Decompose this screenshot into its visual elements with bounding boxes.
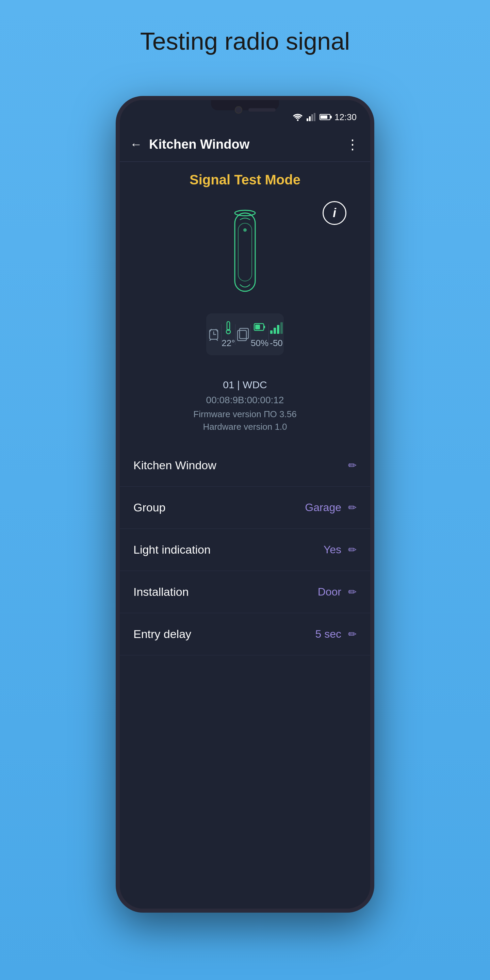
speaker (248, 108, 275, 111)
settings-entry-delay-value-container: 5 sec ✏ (315, 628, 356, 640)
settings-item-installation: Installation Door ✏ (120, 571, 370, 613)
settings-item-name: Kitchen Window ✏ (120, 444, 370, 487)
sensor-copy-icon (235, 327, 250, 342)
stat-battery: 50% (251, 320, 269, 348)
status-time: 12:30 (334, 112, 356, 123)
svg-rect-18 (270, 331, 272, 334)
hardware-version: Hardware version 1.0 (130, 422, 360, 432)
device-visual-container: i (130, 194, 360, 310)
settings-entry-delay-label: Entry delay (134, 627, 191, 641)
settings-light-label: Light indication (134, 543, 211, 556)
signal-test-mode-title: Signal Test Mode (189, 172, 301, 188)
svg-rect-4 (314, 113, 315, 121)
svg-rect-20 (277, 325, 279, 334)
phone-frame: 12:30 ← Kitchen Window ⋮ Signal Test Mod… (116, 96, 374, 913)
app-bar: ← Kitchen Window ⋮ (120, 127, 370, 161)
svg-rect-1 (307, 118, 308, 121)
settings-installation-edit-icon[interactable]: ✏ (348, 586, 356, 598)
settings-list: Kitchen Window ✏ Group Garage ✏ (120, 444, 370, 908)
device-mac: 00:08:9B:00:00:12 (130, 395, 360, 406)
signal-strength-icon (269, 320, 284, 335)
svg-rect-14 (240, 328, 248, 339)
settings-group-value-container: Garage ✏ (305, 501, 356, 514)
status-icons: 12:30 (293, 112, 356, 123)
stat-signal: -50 (269, 320, 284, 348)
svg-rect-17 (255, 325, 260, 329)
settings-name-value-container: ✏ (341, 460, 356, 471)
settings-group-label: Group (134, 501, 166, 514)
settings-installation-value-container: Door ✏ (318, 585, 356, 598)
wifi-icon (293, 113, 302, 121)
settings-entry-delay-value: 5 sec (315, 628, 341, 640)
svg-point-8 (243, 228, 247, 232)
signal-icon (307, 113, 315, 121)
camera (235, 106, 242, 114)
signal-value: -50 (270, 338, 283, 348)
device-info-section: 01 | WDC 00:08:9B:00:00:12 Firmware vers… (120, 369, 370, 444)
battery-value: 50% (251, 338, 269, 348)
page-title: Testing radio signal (140, 27, 350, 55)
battery-level-icon (252, 320, 267, 335)
settings-item-light: Light indication Yes ✏ (120, 529, 370, 571)
svg-rect-13 (237, 331, 247, 340)
settings-group-value: Garage (305, 501, 341, 514)
alarm-icon (206, 327, 221, 342)
svg-rect-16 (264, 326, 265, 328)
device-sensor-illustration (228, 203, 262, 301)
stat-alarm (206, 327, 221, 342)
stat-temperature: 22° (221, 320, 235, 348)
settings-name-label: Kitchen Window (134, 459, 216, 472)
svg-rect-21 (280, 322, 283, 334)
settings-item-entry-delay: Entry delay 5 sec ✏ (120, 613, 370, 655)
svg-rect-6 (238, 223, 252, 281)
status-bar: 12:30 (120, 100, 370, 127)
settings-light-value-container: Yes ✏ (324, 543, 356, 556)
settings-item-group: Group Garage ✏ (120, 487, 370, 529)
device-id: 01 | WDC (130, 379, 360, 391)
temperature-value: 22° (221, 338, 235, 348)
signal-test-section: Signal Test Mode (120, 162, 370, 369)
stats-bar: 22° (206, 313, 284, 355)
back-button[interactable]: ← (130, 137, 142, 151)
stat-sensor (235, 327, 250, 342)
phone-screen: 12:30 ← Kitchen Window ⋮ Signal Test Mod… (120, 100, 370, 908)
settings-installation-label: Installation (134, 585, 189, 598)
settings-installation-value: Door (318, 585, 341, 598)
svg-rect-2 (309, 116, 311, 121)
phone-wrapper: 12:30 ← Kitchen Window ⋮ Signal Test Mod… (116, 96, 374, 913)
svg-rect-19 (274, 328, 276, 334)
settings-light-edit-icon[interactable]: ✏ (348, 544, 356, 556)
settings-entry-delay-edit-icon[interactable]: ✏ (348, 628, 356, 640)
svg-point-0 (297, 119, 298, 121)
settings-group-edit-icon[interactable]: ✏ (348, 501, 356, 514)
svg-rect-3 (311, 115, 313, 121)
settings-light-value: Yes (324, 543, 341, 556)
info-button[interactable]: i (323, 201, 347, 225)
firmware-version: Firmware version ПО 3.56 (130, 409, 360, 420)
temperature-icon (221, 320, 235, 335)
settings-name-edit-icon[interactable]: ✏ (348, 460, 356, 471)
overflow-menu-button[interactable]: ⋮ (346, 137, 360, 152)
app-bar-title: Kitchen Window (149, 137, 339, 152)
side-button (372, 304, 374, 331)
battery-status-icon (320, 114, 331, 120)
